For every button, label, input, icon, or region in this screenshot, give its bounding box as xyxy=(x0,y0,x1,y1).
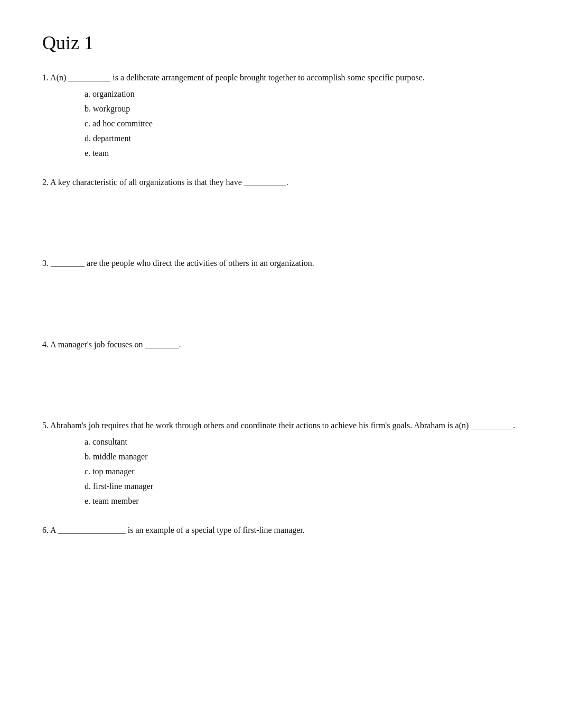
answer-choices-q5: a. consultantb. middle managerc. top man… xyxy=(85,435,519,509)
answer-choice: a. organization xyxy=(85,87,519,102)
answer-choice: e. team xyxy=(85,146,519,161)
answer-choice: d. department xyxy=(85,131,519,146)
question-text-q1: 1. A(n) __________ is a deliberate arran… xyxy=(42,71,519,85)
question-block-q2: 2. A key characteristic of all organizat… xyxy=(42,176,519,189)
answer-choice: a. consultant xyxy=(85,435,519,449)
question-text-q3: 3. ________ are the people who direct th… xyxy=(42,256,519,270)
answer-choices-q1: a. organizationb. workgroupc. ad hoc com… xyxy=(85,87,519,161)
question-block-q6: 6. A ________________ is an example of a… xyxy=(42,523,519,537)
answer-choice: b. middle manager xyxy=(85,449,519,464)
answer-choice: b. workgroup xyxy=(85,102,519,116)
spacer xyxy=(42,285,519,338)
spacer xyxy=(42,366,519,419)
answer-choice: c. top manager xyxy=(85,464,519,479)
page-title: Quiz 1 xyxy=(42,32,519,54)
question-block-q5: 5. Abraham's job requires that he work t… xyxy=(42,419,519,509)
question-text-q4: 4. A manager's job focuses on ________. xyxy=(42,338,519,352)
answer-choice: c. ad hoc committee xyxy=(85,116,519,131)
spacer xyxy=(42,204,519,256)
question-block-q4: 4. A manager's job focuses on ________. xyxy=(42,338,519,352)
question-text-q2: 2. A key characteristic of all organizat… xyxy=(42,176,519,189)
answer-choice: e. team member xyxy=(85,494,519,509)
question-block-q1: 1. A(n) __________ is a deliberate arran… xyxy=(42,71,519,161)
question-text-q6: 6. A ________________ is an example of a… xyxy=(42,523,519,537)
question-text-q5: 5. Abraham's job requires that he work t… xyxy=(42,419,519,432)
question-block-q3: 3. ________ are the people who direct th… xyxy=(42,256,519,270)
answer-choice: d. first-line manager xyxy=(85,479,519,494)
spacer xyxy=(42,552,519,605)
